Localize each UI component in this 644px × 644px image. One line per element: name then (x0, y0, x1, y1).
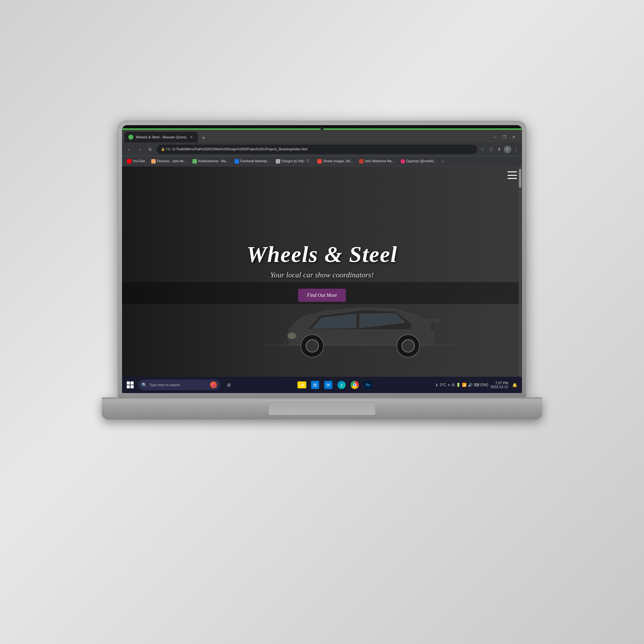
bookmarks-bar: YouTube Omnivox - John Ab... KickAssAnim… (122, 156, 522, 166)
win-square-4 (130, 385, 134, 388)
back-button[interactable]: ‹ (125, 145, 133, 154)
battery-icon: 🔋 (456, 383, 461, 387)
edge-browser-icon[interactable]: ε (335, 379, 348, 391)
profile-icon[interactable]: C (504, 146, 511, 153)
infor-favicon (359, 159, 364, 164)
similar-favicon (317, 159, 322, 164)
instagram-favicon (401, 159, 405, 164)
clock-date: 2023-12-12 (491, 385, 508, 389)
system-clock[interactable]: 7:37 PM 2023-12-12 (491, 381, 508, 389)
screen-lid: Wheels & Steel - Bassam Qures| ✕ + ─ ❐ ✕… (118, 121, 526, 397)
laptop: Wheels & Steel - Bassam Qures| ✕ + ─ ❐ ✕… (102, 121, 542, 498)
tab-bar: Wheels & Steel - Bassam Qures| ✕ + ─ ❐ ✕ (122, 130, 522, 142)
bookmark-youtube-label: YouTube (133, 159, 145, 163)
weather-icon: 🌡 (435, 383, 439, 387)
taskbar-app-icons: 📁 ⊞ ✉ ε (235, 379, 435, 391)
forward-button[interactable]: › (135, 145, 144, 154)
svg-point-2 (306, 340, 319, 352)
microsoft-store-icon[interactable]: ⊞ (309, 379, 321, 391)
bookmark-infor[interactable]: Infor Workforce Ma... (357, 158, 397, 164)
bookmark-facebook[interactable]: Facebook Marketpl... (232, 158, 272, 164)
bookmark-designs-label: Designs by Vido - T... (281, 159, 311, 163)
svg-point-7 (287, 333, 296, 339)
bookmark-kick[interactable]: KickAssAnime - Wa... (190, 158, 231, 164)
bookmark-instagram[interactable]: Oguzhan (@nots00... (398, 158, 439, 164)
tray-icons: 🌡 3°C ∧ ⊟ 🔋 📶 🔊 ⌨ ENG (435, 383, 489, 387)
url-text: E:/Toolkit/Mirror/Fall%202022/Web%20Desi… (173, 147, 308, 151)
win-square-2 (130, 381, 134, 385)
browser-tab-active[interactable]: Wheels & Steel - Bassam Qures| ✕ (125, 132, 198, 142)
keyboard-icon: ⌨ (474, 383, 479, 387)
hero-text-group: Wheels & Steel Your local car show coord… (247, 241, 397, 302)
tab-favicon (128, 135, 133, 140)
bookmark-omnivox[interactable]: Omnivox - John Ab... (149, 158, 189, 164)
win-square-3 (127, 385, 130, 388)
svg-rect-6 (424, 319, 440, 322)
svg-point-4 (402, 340, 414, 352)
wifi-icon: 📶 (462, 383, 467, 387)
reload-button[interactable]: ↻ (146, 145, 155, 154)
mail-app-icon[interactable]: ✉ (322, 379, 335, 391)
hamburger-line-2 (508, 175, 517, 176)
bookmark-facebook-label: Facebook Marketpl... (240, 159, 269, 163)
tab-close-button[interactable]: ✕ (189, 135, 194, 140)
bookmarks-more-button[interactable]: » (440, 158, 446, 164)
taskbar-search[interactable]: 🔍 Type here to search 🌺 (138, 380, 220, 390)
hamburger-menu[interactable] (508, 171, 517, 179)
kick-favicon (192, 159, 197, 164)
bookmark-kick-label: KickAssAnime - Wa... (198, 159, 228, 163)
system-tray: 🌡 3°C ∧ ⊟ 🔋 📶 🔊 ⌨ ENG (435, 380, 519, 390)
bookmark-instagram-label: Oguzhan (@nots00... (406, 159, 436, 163)
bookmark-similar[interactable]: Similar Images, Sto... (315, 158, 355, 164)
task-view-button[interactable]: ⊞ (223, 379, 235, 391)
chevron-up-icon[interactable]: ∧ (447, 383, 450, 387)
win-square-1 (127, 381, 130, 385)
find-out-more-button[interactable]: Find Out More (298, 289, 346, 302)
bookmark-similar-label: Similar Images, Sto... (323, 159, 353, 163)
chrome-browser-icon[interactable] (348, 379, 361, 391)
close-button[interactable]: ✕ (509, 134, 518, 141)
tab-title: Wheels & Steel - Bassam Qures| (136, 135, 186, 139)
download-icon[interactable]: ⬇ (496, 146, 502, 153)
scrollbar-thumb[interactable] (519, 169, 521, 188)
address-bar-row: ‹ › ↻ 🔒 File E:/Toolkit/Mirror/Fall%2020… (122, 142, 522, 156)
bookmark-star-icon[interactable]: ☆ (479, 146, 486, 153)
search-icon: 🔍 (142, 382, 147, 387)
browser-window: Wheels & Steel - Bassam Qures| ✕ + ─ ❐ ✕… (122, 128, 522, 393)
restore-button[interactable]: ❐ (500, 134, 509, 141)
hero-title: Wheels & Steel (247, 241, 397, 268)
address-input[interactable]: 🔒 File E:/Toolkit/Mirror/Fall%202022/Web… (157, 145, 477, 154)
file-explorer-icon[interactable]: 📁 (296, 379, 308, 391)
notification-button[interactable]: 🔔 (510, 380, 519, 390)
minimize-button[interactable]: ─ (491, 134, 499, 141)
bookmark-omnivox-label: Omnivox - John Ab... (157, 159, 186, 163)
webpage-content: Wheels & Steel Your local car show coord… (122, 166, 522, 393)
bookmark-youtube[interactable]: YouTube (125, 158, 147, 164)
cortana-icon: 🌺 (210, 381, 217, 388)
more-menu-icon[interactable]: ⋮ (513, 146, 519, 153)
protocol-label: 🔒 File (161, 147, 171, 151)
hinge-line (102, 397, 542, 399)
touchpad[interactable] (269, 402, 375, 415)
clock-time: 7:37 PM (491, 381, 508, 385)
windows-logo-icon (127, 381, 134, 388)
extensions-icon[interactable]: ⬡ (487, 146, 494, 153)
task-manager-icon[interactable]: ⊟ (452, 383, 455, 387)
new-tab-button[interactable]: + (199, 134, 208, 142)
language-text: ENG (480, 383, 489, 387)
page-scrollbar[interactable] (519, 166, 521, 377)
omnivox-favicon (151, 159, 156, 164)
temperature-text: 3°C (440, 383, 446, 387)
volume-icon[interactable]: 🔊 (468, 383, 473, 387)
start-button[interactable] (125, 379, 136, 391)
bookmark-designs[interactable]: Designs by Vido - T... (273, 158, 314, 164)
hero-subtitle: Your local car show coordinators! (247, 271, 397, 279)
screen-bezel: Wheels & Steel - Bassam Qures| ✕ + ─ ❐ ✕… (122, 125, 522, 393)
youtube-favicon (127, 159, 131, 164)
facebook-favicon (235, 159, 239, 164)
designs-favicon (276, 159, 280, 164)
hero-section: Wheels & Steel Your local car show coord… (122, 166, 522, 377)
camera-dot (320, 127, 324, 130)
hamburger-line-3 (508, 178, 517, 179)
photoshop-icon[interactable]: Ps (362, 379, 374, 391)
